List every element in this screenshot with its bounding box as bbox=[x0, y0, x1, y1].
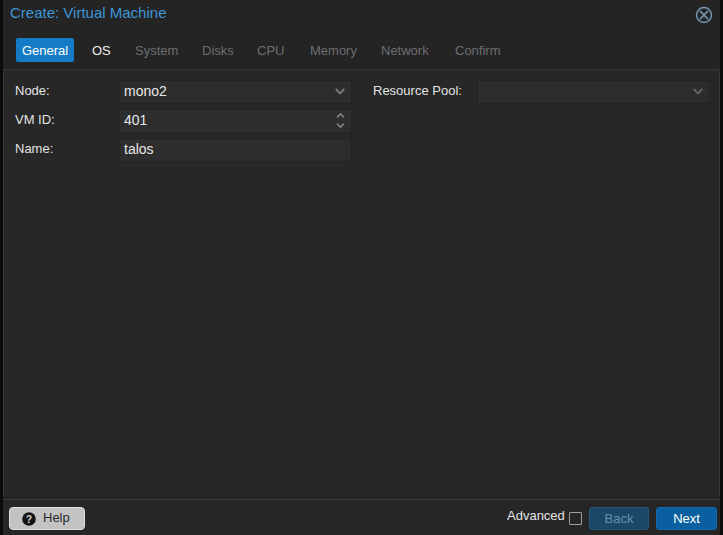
svg-text:?: ? bbox=[26, 513, 32, 525]
